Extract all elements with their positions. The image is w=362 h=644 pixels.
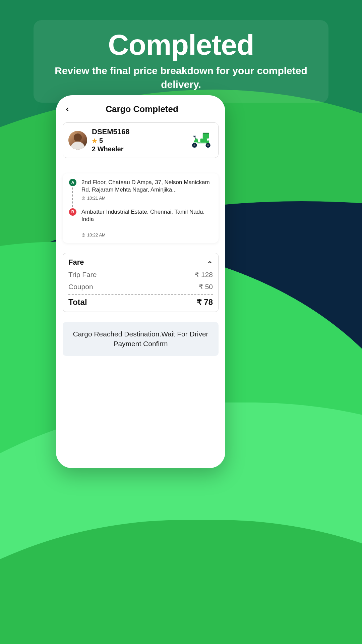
hero-subtitle: Review the final price breakdown for you… [47, 64, 315, 91]
chevron-up-icon [207, 259, 213, 265]
fare-trip-row: Trip Fare ₹ 128 [68, 271, 213, 279]
route-connector-line [72, 187, 73, 207]
route-drop-row: B Ambattur Industrial Estate, Chennai, T… [69, 208, 213, 237]
fare-card: Fare Trip Fare ₹ 128 Coupon ₹ 50 Total ₹… [63, 253, 219, 312]
trip-fare-label: Trip Fare [68, 271, 97, 279]
drop-marker: B [69, 208, 76, 216]
driver-rating: ★ 5 [92, 137, 184, 145]
hero-panel: Completed Review the final price breakdo… [34, 20, 328, 103]
svg-rect-1 [203, 133, 209, 134]
svg-point-4 [193, 144, 195, 146]
total-label: Total [68, 298, 87, 307]
drop-time-value: 10:22 AM [87, 232, 106, 237]
route-card: A 2nd Floor, Chateau D Ampa, 37, Nelson … [63, 173, 219, 243]
vehicle-type: 2 Wheeler [92, 145, 184, 153]
rating-value: 5 [99, 137, 103, 145]
coupon-label: Coupon [68, 283, 93, 291]
total-value: ₹ 78 [197, 298, 213, 307]
driver-id: DSEM5168 [92, 127, 184, 136]
clock-icon [81, 233, 85, 237]
clock-icon [81, 196, 85, 200]
driver-avatar [68, 131, 87, 150]
coupon-value: ₹ 50 [199, 283, 213, 291]
phone-frame: Cargo Completed DSEM5168 ★ 5 2 Wheeler [56, 95, 225, 468]
screen-header: Cargo Completed [61, 102, 220, 120]
status-message: Cargo Reached Destination.Wait For Drive… [73, 330, 208, 347]
scooter-icon [189, 131, 213, 150]
pickup-time-value: 10:21 AM [87, 196, 106, 201]
fare-header[interactable]: Fare [68, 258, 213, 267]
pickup-address: 2nd Floor, Chateau D Ampa, 37, Nelson Ma… [81, 179, 213, 194]
route-pickup-row: A 2nd Floor, Chateau D Ampa, 37, Nelson … [69, 179, 213, 208]
fare-total-row: Total ₹ 78 [68, 298, 213, 307]
fare-coupon-row: Coupon ₹ 50 [68, 283, 213, 291]
star-icon: ★ [92, 137, 97, 145]
pickup-time: 10:21 AM [81, 196, 213, 201]
svg-rect-0 [203, 133, 209, 139]
screen-title: Cargo Completed [65, 104, 219, 114]
fare-dash-divider [68, 294, 213, 295]
pickup-marker: A [69, 179, 76, 186]
drop-time: 10:22 AM [81, 232, 213, 237]
route-divider [81, 204, 213, 204]
svg-rect-2 [200, 139, 207, 143]
hero-title: Completed [47, 28, 315, 61]
fare-title: Fare [68, 258, 84, 267]
drop-address: Ambattur Industrial Estate, Chennai, Tam… [81, 208, 213, 223]
driver-info: DSEM5168 ★ 5 2 Wheeler [92, 127, 184, 153]
trip-fare-value: ₹ 128 [195, 271, 213, 279]
driver-card: DSEM5168 ★ 5 2 Wheeler [63, 122, 219, 158]
status-banner: Cargo Reached Destination.Wait For Drive… [63, 322, 219, 356]
svg-point-6 [207, 144, 209, 146]
